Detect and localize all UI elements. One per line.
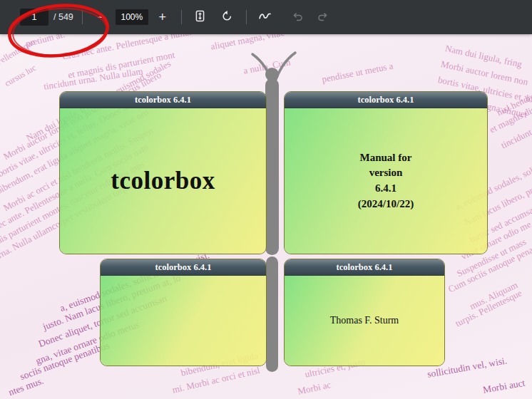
page-count-label: / 549 — [53, 12, 73, 22]
redo-button[interactable] — [312, 7, 332, 27]
butterfly-body-lower — [266, 256, 278, 372]
rotate-button[interactable] — [218, 7, 237, 27]
tcolorbox-title-bar: tcolorbox 6.4.1 — [101, 259, 266, 276]
undo-button[interactable] — [288, 7, 308, 27]
bg-text-fragment: cursus luc — [3, 63, 38, 89]
toolbar-separator — [181, 10, 182, 24]
zoom-in-button[interactable]: + — [153, 7, 173, 27]
butterfly-body-upper — [265, 78, 279, 255]
pdf-toolbar: / 549 − 100% + — [0, 0, 532, 34]
toolbar-separator — [82, 10, 83, 24]
bg-text-fragment: Morbi ac — [297, 379, 332, 397]
bg-text-fragment: pendisse ut metus a — [321, 61, 394, 86]
undo-icon — [292, 11, 304, 24]
draw-annotate-icon — [258, 9, 272, 25]
toolbar-separator — [246, 10, 247, 24]
tcolorbox-title-bar: tcolorbox 6.4.1 — [60, 92, 266, 108]
tcolorbox-title-bar: tcolorbox 6.4.1 — [285, 259, 444, 276]
manual-title-text: tcolorbox — [111, 167, 215, 195]
bg-text-fragment: Morbi auct — [482, 378, 526, 396]
tcolorbox-wing-bottom-left: tcolorbox 6.4.1 — [100, 259, 267, 366]
author-name-text: Thomas F. Sturm — [330, 315, 399, 326]
redo-icon — [317, 11, 328, 24]
fit-to-page-icon — [194, 10, 206, 24]
manual-version-text: Manual for version 6.4.1 (2024/10/22) — [358, 150, 414, 212]
zoom-level-field[interactable]: 100% — [116, 9, 148, 25]
pdf-page-canvas: pretium at. Cras nec ante. Pellentesque … — [0, 34, 532, 399]
rotate-counterclockwise-icon — [221, 10, 233, 24]
zoom-out-button[interactable]: − — [91, 7, 111, 27]
fit-to-page-button[interactable] — [190, 7, 210, 27]
tcolorbox-title-bar: tcolorbox 6.4.1 — [285, 92, 487, 108]
bg-text-fragment: tincidunt — [499, 127, 532, 152]
tcolorbox-wing-top-left: tcolorbox 6.4.1 tcolorbox — [59, 91, 267, 254]
draw-annotate-button[interactable] — [255, 7, 275, 27]
tcolorbox-wing-top-right: tcolorbox 6.4.1 Manual for version 6.4.1… — [284, 91, 488, 254]
page-number-input[interactable] — [20, 9, 48, 26]
tcolorbox-wing-bottom-right: tcolorbox 6.4.1 Thomas F. Sturm — [284, 259, 445, 366]
